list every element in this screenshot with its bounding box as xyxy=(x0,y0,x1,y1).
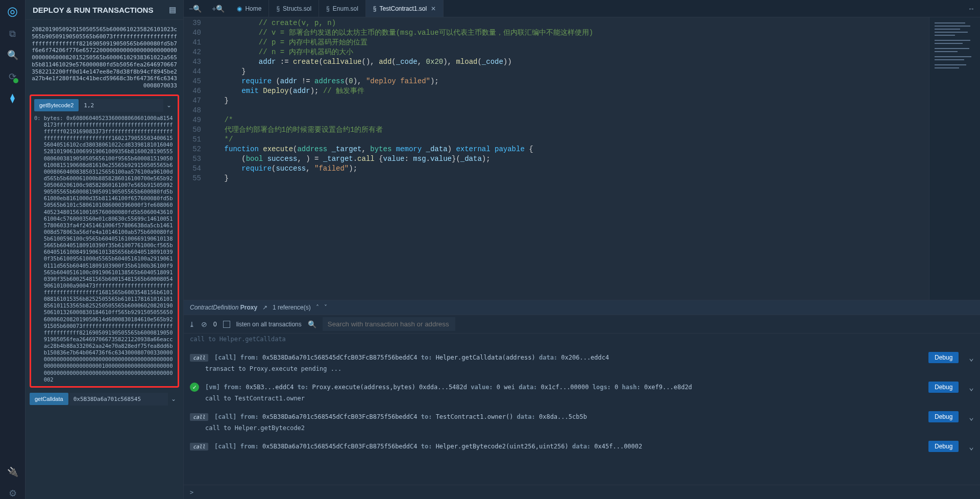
chevron-down-icon[interactable]: ⌄ xyxy=(969,412,974,422)
files-icon[interactable]: ⧉ xyxy=(9,29,16,39)
sol-icon: § xyxy=(326,5,330,12)
fn-row-getbytecode2: getBytecode2 ⌄ xyxy=(34,99,175,112)
line-code: function execute(address _target, bytes … xyxy=(207,145,929,154)
listen-checkbox[interactable] xyxy=(223,321,230,328)
chevron-down-icon[interactable]: ⌄ xyxy=(168,393,179,405)
code-line[interactable]: 46 emit Deploy(addr); // 触发事件 xyxy=(184,86,929,96)
side-panel-title: DEPLOY & RUN TRANSACTIONS xyxy=(33,6,153,14)
close-icon[interactable]: ✕ xyxy=(431,5,436,12)
log-text: [call] from: 0x5B38Da6a701c568545dCfcB03… xyxy=(214,413,587,420)
code-line[interactable]: 42 // n = 内存中机器码的大小 xyxy=(184,47,929,57)
log-subline: transact to Proxy.execute pending ... xyxy=(205,365,974,372)
svg-rect-5 xyxy=(935,40,970,41)
line-number: 50 xyxy=(184,125,207,135)
reference-bar: ContractDefinition Proxy ↗ 1 reference(s… xyxy=(184,300,980,315)
collapse-icon[interactable]: ⤓ xyxy=(189,320,195,328)
code-line[interactable]: 54 require(success, "failed"); xyxy=(184,164,929,174)
compile-icon[interactable]: ⟳ xyxy=(9,71,16,82)
log-text: [call] from: 0x5B38Da6a701c568545dCfcB03… xyxy=(214,443,642,450)
chevron-down-icon[interactable]: ⌄ xyxy=(969,383,974,392)
svg-rect-4 xyxy=(935,35,955,36)
tab-structs[interactable]: § Structs.sol xyxy=(269,0,319,17)
code-line[interactable]: 43 addr := create(callvalue(), add(_code… xyxy=(184,57,929,67)
code-line[interactable]: 49 /* xyxy=(184,115,929,125)
svg-rect-8 xyxy=(935,51,958,52)
chevron-down-icon[interactable]: ⌄ xyxy=(969,442,974,452)
code-line[interactable]: 53 (bool success, ) = _target.call {valu… xyxy=(184,154,929,164)
tab-testcontract1[interactable]: § TestContract1.sol ✕ xyxy=(366,0,444,17)
debug-button[interactable]: Debug xyxy=(928,382,959,393)
chevron-down-icon[interactable]: ⌄ xyxy=(969,353,974,363)
search-icon[interactable]: 🔍 xyxy=(7,50,18,61)
side-panel: DEPLOY & RUN TRANSACTIONS ▤ 208201905092… xyxy=(26,0,184,499)
code-line[interactable]: 39 // create(v, p, n) xyxy=(184,18,929,28)
log-entry: call[call] from: 0x5B38Da6a701c568545dCf… xyxy=(190,411,974,432)
output-row: 0: bytes: 0x60806040523360008060601000a8… xyxy=(34,115,175,383)
chevron-down-icon[interactable]: ⌄ xyxy=(163,100,175,111)
debug-button[interactable]: Debug xyxy=(928,352,959,363)
log-text: [call] from: 0x5B38Da6a701c568545dCfcB03… xyxy=(214,354,609,361)
debug-button[interactable]: Debug xyxy=(928,441,959,452)
line-number: 42 xyxy=(184,47,207,57)
call-badge: call xyxy=(190,354,208,362)
code-editor[interactable]: 39 // create(v, p, n)40 // v = 部署合约发送的以太… xyxy=(184,17,929,300)
search-icon[interactable]: 🔍 xyxy=(308,320,316,328)
code-line[interactable]: 48 xyxy=(184,106,929,115)
terminal-search-input[interactable] xyxy=(323,317,455,331)
tab-home[interactable]: ◉ Home xyxy=(230,0,269,17)
terminal-prompt[interactable]: > xyxy=(184,485,980,499)
zoom-out-icon[interactable]: −🔍 xyxy=(184,5,207,13)
code-line[interactable]: 52 function execute(address _target, byt… xyxy=(184,145,929,154)
line-code: } xyxy=(207,67,929,77)
chevron-up-icon[interactable]: ˄ xyxy=(316,304,319,311)
line-number: 48 xyxy=(184,106,207,115)
getcalldata-input[interactable] xyxy=(69,393,168,406)
terminal-body[interactable]: call to Helper.getCalldata call[call] fr… xyxy=(184,334,980,485)
expand-icon[interactable]: ↔ xyxy=(963,5,980,13)
ref-name: Proxy xyxy=(240,304,257,311)
line-code: */ xyxy=(207,135,929,145)
line-number: 39 xyxy=(184,18,207,28)
line-code: require (addr != address(0), "deploy fai… xyxy=(207,77,929,86)
line-code: // v = 部署合约发送的以太坊主币的数量(msg.value可以代表主币数量… xyxy=(207,28,929,38)
code-line[interactable]: 45 require (addr != address(0), "deploy … xyxy=(184,77,929,86)
svg-rect-12 xyxy=(935,67,959,68)
code-line[interactable]: 40 // v = 部署合约发送的以太坊主币的数量(msg.value可以代表主… xyxy=(184,28,929,38)
share-icon[interactable]: ↗ xyxy=(262,304,267,311)
getcalldata-button[interactable]: getCalldata xyxy=(30,393,68,405)
line-code: } xyxy=(207,96,929,106)
highlighted-output-box: getBytecode2 ⌄ 0: bytes: 0x6080604052336… xyxy=(30,94,179,388)
code-line[interactable]: 41 // p = 内存中机器码开始的位置 xyxy=(184,38,929,47)
svg-rect-1 xyxy=(935,26,970,27)
call-badge: call xyxy=(190,413,208,421)
getbytecode2-button[interactable]: getBytecode2 xyxy=(34,99,79,111)
code-line[interactable]: 50 代理合约部署合约1的时候需要设置合约1的所有者 xyxy=(184,125,929,135)
line-number: 51 xyxy=(184,135,207,145)
minimap[interactable] xyxy=(929,17,980,300)
plugin-icon[interactable]: 🔌 xyxy=(7,466,18,478)
ref-count: 1 reference(s) xyxy=(273,304,311,311)
line-code: // create(v, p, n) xyxy=(207,18,929,28)
zoom-in-icon[interactable]: +🔍 xyxy=(207,5,230,13)
line-number: 55 xyxy=(184,174,207,183)
terminal: ⤓ ⊘ 0 listen on all transactions 🔍 call … xyxy=(184,315,980,499)
code-line[interactable]: 55 } xyxy=(184,174,929,183)
code-line[interactable]: 47 } xyxy=(184,96,929,106)
clear-icon[interactable]: ⊘ xyxy=(201,320,207,328)
code-line[interactable]: 44 } xyxy=(184,67,929,77)
tab-enum[interactable]: § Enum.sol xyxy=(319,0,366,17)
line-number: 53 xyxy=(184,154,207,164)
log-entry: ✓[vm] from: 0x5B3...eddC4 to: Proxy.exec… xyxy=(190,382,974,402)
getbytecode2-input[interactable] xyxy=(80,99,163,112)
line-number: 41 xyxy=(184,38,207,47)
deploy-icon[interactable]: ⧫ xyxy=(10,92,15,104)
side-panel-menu-icon[interactable]: ▤ xyxy=(169,5,176,14)
code-line[interactable]: 51 */ xyxy=(184,135,929,145)
logo-icon: ◎ xyxy=(7,4,18,18)
chevron-down-icon[interactable]: ˅ xyxy=(324,304,327,311)
debug-button[interactable]: Debug xyxy=(928,411,959,422)
line-code: addr := create(callvalue(), add(_code, 0… xyxy=(207,57,929,67)
home-icon: ◉ xyxy=(237,5,242,12)
settings-icon[interactable]: ⚙ xyxy=(9,488,17,499)
line-number: 40 xyxy=(184,28,207,38)
